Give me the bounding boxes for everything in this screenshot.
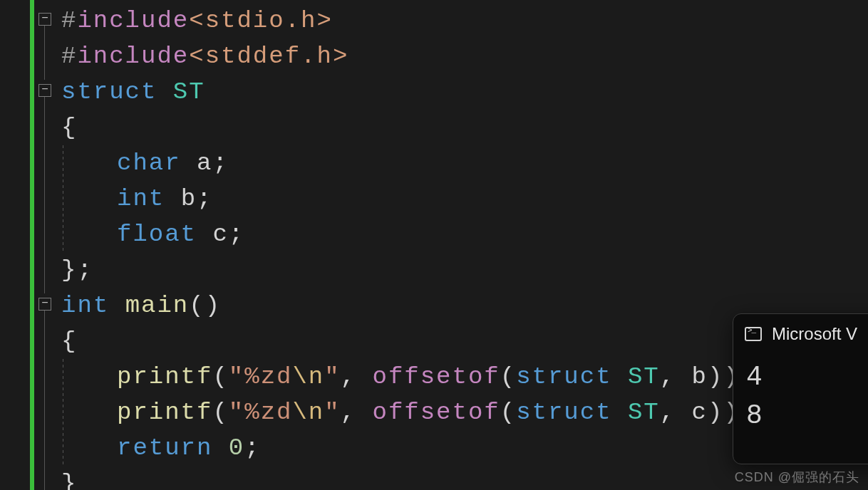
code-token: ; bbox=[77, 256, 93, 283]
code-token: " bbox=[229, 363, 244, 390]
code-token: { bbox=[61, 328, 77, 355]
code-token: , bbox=[660, 363, 692, 390]
code-token: ; bbox=[197, 185, 212, 212]
code-line[interactable]: float c; bbox=[117, 217, 244, 252]
terminal-icon bbox=[745, 327, 762, 341]
code-token: int bbox=[117, 185, 165, 212]
code-token: < bbox=[189, 43, 205, 70]
code-line[interactable]: char a; bbox=[117, 145, 229, 181]
code-token: \n bbox=[292, 399, 324, 426]
code-token: ( bbox=[212, 399, 228, 426]
code-token: float bbox=[117, 221, 197, 248]
code-token: struct bbox=[516, 399, 611, 426]
code-token: { bbox=[61, 114, 77, 141]
code-token: struct bbox=[516, 363, 611, 390]
code-token: stddef.h bbox=[205, 43, 333, 70]
code-token: printf bbox=[117, 363, 212, 390]
code-token: } bbox=[61, 470, 77, 490]
line-number-margin bbox=[0, 0, 30, 490]
fold-guide-line bbox=[44, 311, 45, 490]
fold-guide-line bbox=[44, 97, 45, 293]
code-line[interactable]: { bbox=[61, 110, 77, 145]
code-token bbox=[212, 434, 228, 462]
code-token: %zd bbox=[244, 399, 292, 426]
code-token: c bbox=[692, 399, 708, 426]
fold-guide-line bbox=[44, 26, 45, 80]
fold-toggle-icon[interactable]: − bbox=[38, 298, 51, 311]
code-token: struct bbox=[61, 78, 157, 105]
code-token: " bbox=[324, 363, 340, 390]
code-token: %zd bbox=[244, 363, 292, 390]
code-token: ; bbox=[244, 434, 260, 462]
code-token: int bbox=[61, 292, 109, 319]
code-token: offsetof bbox=[372, 399, 500, 426]
code-token: include bbox=[77, 43, 189, 70]
indent-guide bbox=[63, 145, 63, 252]
code-token: printf bbox=[117, 399, 212, 426]
code-line[interactable]: struct ST bbox=[61, 74, 205, 110]
fold-toggle-icon[interactable]: − bbox=[38, 13, 51, 26]
code-token: ST bbox=[173, 78, 205, 105]
code-token: include bbox=[77, 7, 189, 34]
code-line[interactable]: printf("%zd\n", offsetof(struct ST, c)); bbox=[117, 395, 755, 430]
code-line[interactable]: { bbox=[61, 323, 77, 359]
code-line[interactable]: #include<stdio.h> bbox=[61, 3, 333, 38]
code-token: return bbox=[117, 434, 212, 462]
code-token: ST bbox=[628, 363, 660, 390]
code-token: ( bbox=[500, 399, 516, 426]
code-token: c bbox=[212, 221, 228, 248]
console-output-line: 4 bbox=[746, 358, 868, 397]
code-token: b bbox=[692, 363, 708, 390]
code-token: , bbox=[341, 399, 373, 426]
code-token bbox=[109, 292, 125, 319]
code-line[interactable]: printf("%zd\n", offsetof(struct ST, b)); bbox=[117, 359, 755, 395]
code-token: " bbox=[229, 399, 244, 426]
code-token: char bbox=[117, 150, 181, 177]
console-output-line: 8 bbox=[746, 397, 868, 435]
code-token: stdio.h bbox=[205, 7, 317, 34]
code-token: # bbox=[61, 43, 77, 70]
code-token: ( bbox=[500, 363, 516, 390]
fold-gutter: −−− bbox=[34, 0, 54, 490]
code-token: offsetof bbox=[372, 363, 500, 390]
code-token: , bbox=[341, 363, 373, 390]
code-token: ST bbox=[628, 399, 660, 426]
code-token: \n bbox=[292, 363, 324, 390]
code-token: ; bbox=[229, 221, 244, 248]
code-token: > bbox=[333, 43, 348, 70]
watermark-text: CSDN @倔强的石头 bbox=[735, 469, 859, 486]
code-token: main bbox=[125, 292, 190, 319]
console-window: Microsoft V 48 bbox=[733, 313, 868, 464]
code-token bbox=[157, 78, 172, 105]
code-token: ; bbox=[212, 150, 228, 177]
code-line[interactable]: #include<stddef.h> bbox=[61, 38, 348, 74]
code-token: () bbox=[189, 292, 221, 319]
code-token: } bbox=[61, 256, 77, 283]
console-output: 48 bbox=[733, 354, 868, 464]
code-token: , bbox=[660, 399, 692, 426]
code-line[interactable]: int b; bbox=[117, 181, 212, 217]
code-token: # bbox=[61, 7, 77, 34]
code-token: a bbox=[197, 150, 212, 177]
code-token bbox=[181, 150, 197, 177]
console-title-text: Microsoft V bbox=[772, 324, 857, 344]
code-line[interactable]: return 0; bbox=[117, 430, 261, 466]
console-titlebar[interactable]: Microsoft V bbox=[733, 314, 868, 354]
code-token bbox=[197, 221, 212, 248]
code-token: ( bbox=[212, 363, 228, 390]
code-token bbox=[165, 185, 180, 212]
code-token bbox=[612, 363, 628, 390]
code-token bbox=[612, 399, 628, 426]
indent-guide bbox=[63, 359, 63, 466]
code-line[interactable]: int main() bbox=[61, 288, 221, 323]
code-token: 0 bbox=[229, 434, 244, 462]
code-token: " bbox=[324, 399, 340, 426]
code-line[interactable]: }; bbox=[61, 252, 93, 288]
code-line[interactable]: } bbox=[61, 466, 77, 490]
code-token: > bbox=[316, 7, 332, 34]
fold-toggle-icon[interactable]: − bbox=[38, 84, 51, 97]
code-token: b bbox=[181, 185, 197, 212]
code-token: < bbox=[189, 7, 205, 34]
